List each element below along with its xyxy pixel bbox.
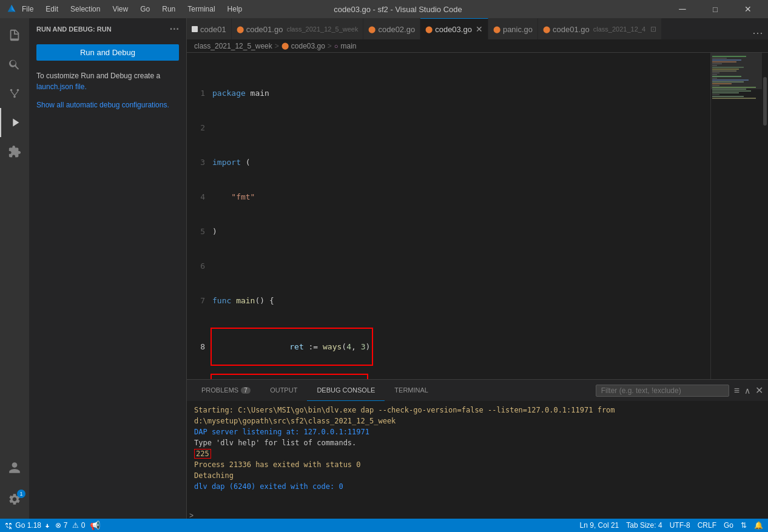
sidebar-item-explorer[interactable] (0, 21, 29, 50)
tab-go-dot-5: ⬤ (543, 25, 550, 33)
svg-line-3 (12, 91, 15, 95)
statusbar-branch[interactable]: Go 1.18 (5, 521, 50, 530)
breadcrumb-folder[interactable]: class_2021_12_5_week (194, 42, 272, 50)
horizontal-scrollbar[interactable]: > (187, 513, 768, 519)
tab-label-code03-go: code03.go (435, 25, 472, 34)
tab-go-dot-4: ⬤ (493, 25, 500, 33)
menu-selection[interactable]: Selection (68, 4, 103, 15)
tab-code01[interactable]: code01 (187, 18, 232, 39)
editor-tabs: code01 ⬤ code01.go class_2021_12_5_week … (187, 18, 768, 39)
statusbar-ln-col[interactable]: Ln 9, Col 21 (580, 521, 619, 530)
sidebar-more-icon[interactable]: ⋯ (169, 23, 179, 35)
sidebar-item-account[interactable] (0, 453, 29, 482)
minimize-button[interactable]: ─ (669, 0, 696, 18)
debug-line-3: Type 'dlv help' for list of commands. (194, 437, 761, 448)
debug-line-1: Starting: C:\Users\MSI\go\bin\dlv.exe da… (194, 405, 761, 426)
tabs-overflow-button[interactable]: ⋯ (747, 26, 768, 39)
sidebar-item-run-debug[interactable] (0, 108, 29, 137)
problems-count: 7 (241, 387, 251, 394)
breadcrumb-file[interactable]: code03.go (291, 42, 325, 50)
debug-filter-input[interactable] (596, 385, 729, 397)
scroll-arrow-right[interactable]: > (189, 511, 194, 519)
svg-point-1 (17, 89, 19, 92)
menu-file[interactable]: File (19, 4, 36, 15)
scrollbar-thumb[interactable] (763, 77, 767, 126)
close-button[interactable]: ✕ (734, 0, 762, 18)
statusbar-encoding[interactable]: UTF-8 (670, 521, 690, 530)
tab-output[interactable]: OUTPUT (260, 380, 307, 401)
statusbar-broadcast[interactable]: 📢 (90, 520, 100, 530)
tab-code02-go[interactable]: ⬤ code02.go (363, 18, 420, 39)
activity-bar-bottom: 1 (0, 453, 29, 519)
debug-highlight-225: 225 (194, 449, 211, 459)
run-and-debug-button[interactable]: Run and Debug (36, 44, 179, 61)
tab-terminal[interactable]: TERMINAL (385, 380, 438, 401)
debug-line-5: Process 21336 has exited with status 0 (194, 459, 761, 470)
tab-code01-go-2[interactable]: ⬤ code01.go class_2021_12_4 ⊡ (538, 18, 662, 39)
code-line-8-text: ret := ways(4, 3) (212, 329, 371, 364)
code-content[interactable]: 1package main 2 3import ( 4 "fmt" 5) 6 7… (187, 53, 710, 379)
tab-split-icon[interactable]: ⊡ (650, 25, 656, 33)
breadcrumb-go-icon: ⬤ (281, 42, 289, 50)
tab-debug-console[interactable]: DEBUG CONSOLE (307, 380, 385, 401)
code-line-7: 7func main() { (187, 295, 706, 306)
svg-line-4 (15, 91, 18, 95)
sidebar-title: RUN AND DEBUG: RUN (36, 25, 112, 33)
statusbar-remote[interactable]: ⇅ (741, 521, 747, 530)
panel-up-icon[interactable]: ∧ (744, 386, 750, 396)
statusbar-bell[interactable]: 🔔 (754, 521, 763, 530)
sidebar-item-search[interactable] (0, 50, 29, 79)
menu-edit[interactable]: Edit (43, 4, 61, 15)
code-line-1-text: package main (212, 87, 269, 99)
tab-label-code02-go: code02.go (378, 25, 415, 34)
show-auto-debug-link[interactable]: Show all automatic debug configurations. (29, 97, 186, 115)
minimap (710, 53, 762, 379)
panel-list-icon[interactable]: ≡ (734, 385, 739, 396)
tab-go-dot-1: ⬤ (237, 25, 244, 33)
bottom-panel: PROBLEMS 7 OUTPUT DEBUG CONSOLE TERMINAL… (187, 379, 768, 519)
maximize-button[interactable]: □ (701, 0, 729, 18)
statusbar-line-ending[interactable]: CRLF (698, 521, 716, 530)
tab-panic-go[interactable]: ⬤ panic.go (488, 18, 538, 39)
vertical-scrollbar[interactable] (762, 53, 768, 379)
breadcrumb-sep-1: > (275, 42, 279, 50)
tab-code03-go[interactable]: ⬤ code03.go ✕ (420, 18, 488, 39)
svg-point-2 (13, 96, 16, 98)
tab-code01-go[interactable]: ⬤ code01.go class_2021_12_5_week (232, 18, 364, 39)
code-line-1: 1package main (187, 87, 706, 99)
titlebar: File Edit Selection View Go Run Terminal… (0, 0, 768, 18)
breadcrumb: class_2021_12_5_week > ⬤ code03.go > ○ m… (187, 39, 768, 53)
sidebar-item-settings[interactable]: 1 (0, 485, 29, 514)
code-line-2: 2 (187, 122, 706, 133)
main-layout: 1 RUN AND DEBUG: RUN ⋯ Run and Debug To … (0, 18, 768, 519)
tab-go-dot-2: ⬤ (368, 25, 376, 33)
breadcrumb-symbol-icon: ○ (334, 42, 339, 50)
debug-line-4: 225 (194, 448, 761, 459)
sidebar-info-text: To customize Run and Debug create a laun… (29, 66, 186, 97)
tab-label-code01: code01 (200, 25, 226, 34)
debug-console-label: DEBUG CONSOLE (317, 386, 375, 394)
statusbar-right: Ln 9, Col 21 Tab Size: 4 UTF-8 CRLF Go ⇅… (580, 521, 763, 530)
statusbar-warnings[interactable]: ⚠ 0 (72, 521, 85, 530)
tab-go-dot-3: ⬤ (425, 25, 433, 33)
sidebar-item-extensions[interactable] (0, 137, 29, 166)
panel-actions: ≡ ∧ ✕ (596, 385, 763, 397)
launch-json-link[interactable]: launch.json file. (36, 82, 87, 91)
tab-close-code03[interactable]: ✕ (476, 24, 483, 34)
output-label: OUTPUT (270, 386, 297, 394)
activity-bar: 1 (0, 18, 29, 519)
debug-line-6: Detaching (194, 470, 761, 481)
svg-point-0 (10, 89, 13, 92)
statusbar-lang[interactable]: Go (724, 521, 733, 530)
statusbar-tab-size[interactable]: Tab Size: 4 (626, 521, 662, 530)
sidebar-header: RUN AND DEBUG: RUN ⋯ (29, 18, 186, 39)
tab-label-code01-go-2: code01.go (553, 25, 590, 34)
tab-problems[interactable]: PROBLEMS 7 (192, 380, 260, 401)
sidebar-item-source-control[interactable] (0, 79, 29, 108)
code-line-6: 6 (187, 260, 706, 272)
breadcrumb-symbol[interactable]: main (341, 42, 357, 50)
panel-close-icon[interactable]: ✕ (755, 385, 763, 396)
code-line-9-text: fmt.Println(ret) (212, 375, 366, 379)
status-bar: Go 1.18 ⊗ 7 ⚠ 0 📢 Ln 9, Col 21 Tab Size:… (0, 519, 768, 532)
statusbar-errors[interactable]: ⊗ 7 (55, 521, 67, 530)
